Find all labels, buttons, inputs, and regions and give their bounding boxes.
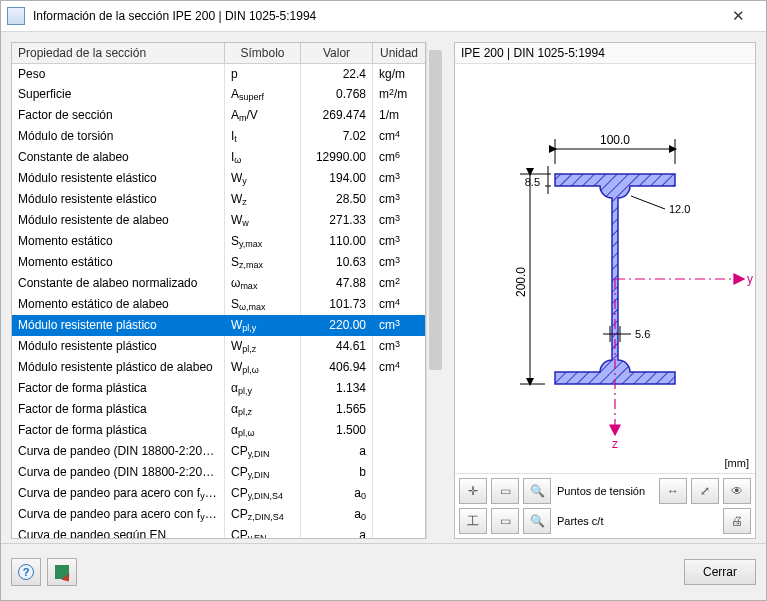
section-diagram: 100.0 200.0 8.5 12.0: [455, 64, 755, 473]
table-header: Propiedad de la sección Símbolo Valor Un…: [12, 43, 425, 64]
export-excel-button[interactable]: [47, 558, 77, 586]
table-row[interactable]: Módulo resistente plásticoWpl,y220.00cm3: [12, 315, 425, 336]
table-row[interactable]: Momento estáticoSy,max110.00cm3: [12, 231, 425, 252]
table-row[interactable]: Factor de forma plásticaαpl,y1.134: [12, 378, 425, 399]
label-parts: Partes c/t: [557, 515, 603, 527]
col-unit[interactable]: Unidad: [373, 43, 425, 63]
titlebar: Información de la sección IPE 200 | DIN …: [1, 1, 766, 32]
table-row[interactable]: Constante de alabeo normalizadoωmax47.88…: [12, 273, 425, 294]
table-row[interactable]: Curva de pandeo para acero con fy>=460CP…: [12, 504, 425, 525]
btn-parts-icon[interactable]: 工: [459, 508, 487, 534]
app-icon: [7, 7, 25, 25]
svg-text:12.0: 12.0: [669, 203, 690, 215]
col-value[interactable]: Valor: [301, 43, 373, 63]
scrollbar[interactable]: [426, 42, 444, 539]
table-row[interactable]: Módulo resistente elásticoWz28.50cm3: [12, 189, 425, 210]
table-row[interactable]: Curva de pandeo (DIN 18800-2:2008-11)CPy…: [12, 462, 425, 483]
table-row[interactable]: Módulo resistente elásticoWy194.00cm3: [12, 168, 425, 189]
svg-text:5.6: 5.6: [635, 328, 650, 340]
table-row[interactable]: Módulo resistente plásticoWpl,z44.61cm3: [12, 336, 425, 357]
svg-text:200.0: 200.0: [514, 267, 528, 297]
table-row[interactable]: Curva de pandeo (DIN 18800-2:2008-11)CPy…: [12, 441, 425, 462]
table-row[interactable]: Pesop22.4kg/m: [12, 64, 425, 84]
table-row[interactable]: Constante de alabeoIω12990.00cm6: [12, 147, 425, 168]
table-row[interactable]: Módulo resistente plástico de alabeoWpl,…: [12, 357, 425, 378]
close-button[interactable]: Cerrar: [684, 559, 756, 585]
col-prop[interactable]: Propiedad de la sección: [12, 43, 225, 63]
table-row[interactable]: SuperficieAsuperf0.768m2/m: [12, 84, 425, 105]
table-row[interactable]: Módulo de torsiónIt7.02cm4: [12, 126, 425, 147]
table-row[interactable]: Momento estático de alabeoSω,max101.73cm…: [12, 294, 425, 315]
window-title: Información de la sección IPE 200 | DIN …: [33, 9, 716, 23]
table-row[interactable]: Factor de forma plásticaαpl,ω1.500: [12, 420, 425, 441]
table-row[interactable]: Curva de pandeo según ENCPy,ENa: [12, 525, 425, 538]
table-row[interactable]: Curva de pandeo para acero con fy>=460CP…: [12, 483, 425, 504]
scrollbar-thumb[interactable]: [429, 50, 442, 370]
btn-print-icon[interactable]: 🖨: [723, 508, 751, 534]
help-button[interactable]: ?: [11, 558, 41, 586]
svg-text:100.0: 100.0: [600, 133, 630, 147]
properties-table[interactable]: Propiedad de la sección Símbolo Valor Un…: [11, 42, 426, 539]
table-row[interactable]: Factor de forma plásticaαpl,z1.565: [12, 399, 425, 420]
btn-zoom2-icon[interactable]: 🔍: [523, 508, 551, 534]
table-row[interactable]: Momento estáticoSz,max10.63cm3: [12, 252, 425, 273]
svg-text:z: z: [612, 437, 618, 451]
table-row[interactable]: Factor de secciónAm/V269.4741/m: [12, 105, 425, 126]
svg-text:8.5: 8.5: [525, 176, 540, 188]
btn-numbers-icon[interactable]: ▭: [491, 508, 519, 534]
svg-line-14: [631, 196, 665, 209]
preview-title: IPE 200 | DIN 1025-5:1994: [455, 43, 755, 64]
close-icon[interactable]: ✕: [716, 1, 760, 31]
col-symbol[interactable]: Símbolo: [225, 43, 301, 63]
table-row[interactable]: Módulo resistente de alabeoWw271.33cm3: [12, 210, 425, 231]
svg-text:y: y: [747, 272, 753, 286]
unit-label: [mm]: [725, 457, 749, 469]
